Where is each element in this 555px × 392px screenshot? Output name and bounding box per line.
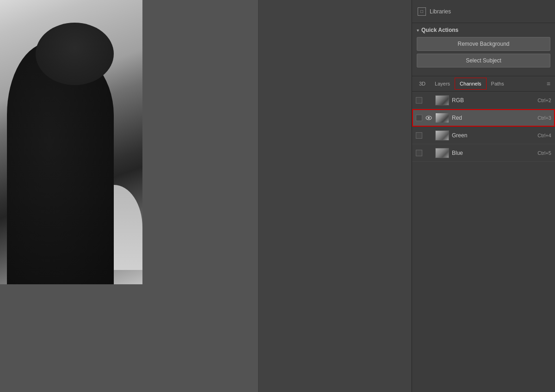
channel-row-green[interactable]: Green Ctrl+4 [412, 127, 555, 144]
channel-thumb-rgb [435, 95, 449, 105]
panel-menu-icon[interactable]: ≡ [544, 76, 553, 91]
channel-name-red: Red [452, 115, 535, 121]
right-panel: □ Libraries ▾ Quick Actions Remove Backg… [412, 0, 555, 392]
channel-checkbox-rgb[interactable] [416, 97, 422, 104]
channel-thumb-green [435, 130, 449, 141]
tab-3d[interactable]: 3D [414, 77, 430, 90]
channel-checkbox-red[interactable] [416, 115, 422, 121]
libraries-label: Libraries [430, 8, 451, 15]
tabs-row: 3D Layers Channels Paths ≡ [412, 76, 555, 92]
middle-panel [258, 0, 412, 392]
channel-shortcut-blue: Ctrl+5 [537, 150, 551, 156]
quick-actions-section: ▾ Quick Actions Remove Background Select… [412, 23, 555, 76]
svg-point-1 [428, 117, 430, 119]
canvas-area [0, 0, 258, 392]
eye-placeholder-rgb [425, 97, 432, 104]
libraries-section[interactable]: □ Libraries [412, 0, 555, 23]
channels-list: RGB Ctrl+2 Red Ctrl+3 Green Ctrl+4 [412, 92, 555, 242]
tab-paths[interactable]: Paths [487, 77, 509, 90]
channel-name-green: Green [452, 132, 535, 139]
channel-row-rgb[interactable]: RGB Ctrl+2 [412, 92, 555, 109]
tab-channels[interactable]: Channels [455, 78, 486, 90]
channel-thumb-blue [435, 148, 449, 158]
channel-name-rgb: RGB [452, 97, 535, 104]
panel-bottom [412, 242, 555, 392]
quick-actions-header: ▾ Quick Actions [417, 27, 550, 33]
libraries-icon: □ [418, 7, 426, 16]
figure-head [36, 23, 114, 85]
remove-background-button[interactable]: Remove Background [417, 37, 550, 51]
channel-shortcut-rgb: Ctrl+2 [537, 98, 551, 103]
photo-background [0, 0, 142, 284]
channel-row-blue[interactable]: Blue Ctrl+5 [412, 144, 555, 162]
quick-actions-title: Quick Actions [421, 27, 458, 33]
photo-canvas [0, 0, 142, 284]
eye-icon-red[interactable] [425, 114, 432, 122]
channel-shortcut-red: Ctrl+3 [537, 115, 551, 121]
tabs-section: 3D Layers Channels Paths ≡ [412, 76, 555, 92]
collapse-arrow-icon[interactable]: ▾ [417, 28, 419, 33]
eye-placeholder-green [425, 132, 432, 139]
tab-layers[interactable]: Layers [430, 77, 455, 90]
channel-row-red[interactable]: Red Ctrl+3 [412, 109, 555, 127]
channel-shortcut-green: Ctrl+4 [537, 133, 551, 138]
channel-thumb-red [435, 113, 449, 123]
eye-placeholder-blue [425, 149, 432, 157]
channel-checkbox-green[interactable] [416, 132, 422, 139]
channel-name-blue: Blue [452, 150, 535, 156]
channel-checkbox-blue[interactable] [416, 150, 422, 156]
select-subject-button[interactable]: Select Subject [417, 54, 550, 67]
